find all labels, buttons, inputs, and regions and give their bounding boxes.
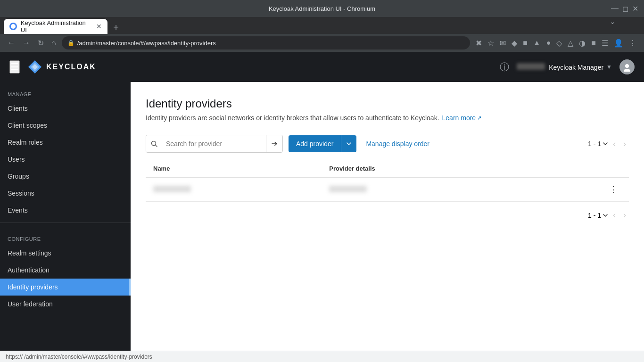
- svg-point-4: [625, 64, 629, 68]
- extension-icon-2[interactable]: ■: [521, 37, 529, 49]
- manage-display-order-button[interactable]: Manage display order: [362, 138, 433, 149]
- sidebar-item-users-label: Users: [8, 156, 25, 163]
- extension-icon-8[interactable]: ■: [589, 37, 598, 49]
- search-icon-button[interactable]: [146, 135, 162, 152]
- profile-icon[interactable]: 👤: [612, 37, 625, 49]
- help-icon[interactable]: ⓘ: [500, 61, 509, 74]
- back-button[interactable]: ←: [6, 37, 17, 49]
- username-display: Keycloak Manager: [517, 63, 603, 71]
- tab-label: Keycloak Administration UI: [21, 19, 92, 33]
- mail-icon[interactable]: ✉: [498, 37, 508, 49]
- provider-name-cell: [146, 177, 322, 202]
- tab-menu-button[interactable]: ⌄: [610, 17, 616, 26]
- configure-section-label: Configure: [0, 227, 131, 245]
- pagination-dropdown-top[interactable]: 1 - 1: [588, 140, 608, 148]
- pagination-next-button-bottom[interactable]: ›: [620, 209, 629, 221]
- maximize-icon[interactable]: ◻: [622, 4, 628, 13]
- sidebar-item-user-federation-label: User federation: [8, 300, 53, 308]
- address-bar[interactable]: 🔒 /admin/master/console/#/wwpass/identit…: [62, 36, 470, 49]
- browser-tabs-bar: Keycloak Administration UI ✕ + ⌄: [0, 17, 644, 34]
- col-details-header: Provider details: [322, 160, 525, 177]
- extension-icon-3[interactable]: ▲: [531, 37, 543, 49]
- browser-toolbar-icons: ✖ ☆ ✉ ◆ ■ ▲ ● ◇ △ ◑ ■ ☰ 👤 ⋮: [474, 37, 638, 49]
- sidebar-item-authentication-label: Authentication: [8, 266, 50, 274]
- pagination-bottom: 1 - 1 ‹ ›: [146, 209, 629, 221]
- app-inner: Manage Clients Client scopes Realm roles…: [0, 82, 644, 362]
- user-avatar[interactable]: [619, 59, 635, 74]
- browser-title: Keycloak Administration UI - Chromium: [269, 5, 375, 12]
- col-name-header: Name: [146, 160, 322, 177]
- forward-button[interactable]: →: [21, 37, 32, 49]
- user-menu[interactable]: Keycloak Manager ▼: [517, 63, 612, 71]
- provider-details-cell: [322, 177, 525, 202]
- minimize-icon[interactable]: —: [611, 4, 619, 13]
- sidebar-item-user-federation[interactable]: User federation: [0, 296, 131, 313]
- pagination-caret-icon-bottom: [603, 213, 608, 218]
- sidebar-content: Manage Clients Client scopes Realm roles…: [0, 82, 131, 362]
- menu-icon[interactable]: ⋮: [627, 37, 638, 49]
- sidebar-item-realm-roles-label: Realm roles: [8, 139, 43, 146]
- provider-kebab-menu-button[interactable]: ⋮: [605, 183, 621, 196]
- sidebar-item-groups[interactable]: Groups: [0, 168, 131, 185]
- extension-icon-7[interactable]: ◑: [577, 37, 587, 49]
- extension-icon-1[interactable]: ◆: [510, 37, 519, 49]
- keycloak-logo-icon: [27, 59, 42, 74]
- search-wrapper: [146, 135, 283, 153]
- pagination-dropdown-bottom[interactable]: 1 - 1: [588, 212, 608, 219]
- pagination-next-button-top[interactable]: ›: [620, 138, 629, 150]
- top-nav-right: ⓘ Keycloak Manager ▼: [500, 59, 635, 74]
- sidebar-toggle-icon[interactable]: ☰: [600, 37, 610, 49]
- sidebar-item-identity-providers-label: Identity providers: [8, 283, 58, 291]
- sidebar-item-client-scopes[interactable]: Client scopes: [0, 117, 131, 134]
- sidebar-item-sessions[interactable]: Sessions: [0, 185, 131, 202]
- extension-icon-5[interactable]: ◇: [554, 37, 564, 49]
- keycloak-logo: KEYCLOAK: [27, 59, 96, 74]
- hamburger-menu-button[interactable]: ☰: [9, 60, 20, 74]
- col-actions-header: [525, 160, 629, 177]
- new-tab-button[interactable]: +: [109, 21, 123, 34]
- close-icon[interactable]: ✕: [632, 4, 638, 13]
- svg-line-7: [156, 145, 157, 147]
- pagination-prev-button-bottom[interactable]: ‹: [610, 209, 619, 221]
- tab-close-button[interactable]: ✕: [96, 23, 102, 30]
- svg-point-5: [624, 69, 630, 72]
- search-submit-button[interactable]: [266, 135, 282, 152]
- sidebar-item-clients[interactable]: Clients: [0, 100, 131, 117]
- sidebar-item-users[interactable]: Users: [0, 151, 131, 168]
- top-navigation: ☰ KEYCLOAK ⓘ Keycloak Manager ▼: [0, 52, 644, 82]
- arrow-right-icon: [271, 140, 278, 147]
- main-content: Identity providers Identity providers ar…: [131, 82, 644, 362]
- search-input[interactable]: [162, 135, 266, 152]
- learn-more-label: Learn more: [442, 114, 476, 122]
- app-wrapper: ☰ KEYCLOAK ⓘ Keycloak Manager ▼: [0, 52, 644, 362]
- pagination-top: 1 - 1 ‹ ›: [588, 138, 629, 150]
- tab-favicon: [9, 23, 17, 30]
- reload-button[interactable]: ↻: [36, 37, 46, 49]
- keycloak-logo-text: KEYCLOAK: [46, 63, 96, 71]
- user-dropdown-caret[interactable]: ▼: [606, 64, 612, 70]
- home-button[interactable]: ⌂: [50, 37, 58, 49]
- sidebar-item-realm-roles[interactable]: Realm roles: [0, 134, 131, 151]
- sidebar-item-client-scopes-label: Client scopes: [8, 122, 47, 129]
- keycloak-manager-label: Keycloak Manager: [549, 64, 603, 71]
- status-bar-url: https:// /admin/master/console/#/wwpass/…: [6, 354, 152, 360]
- add-provider-dropdown-arrow[interactable]: [341, 135, 356, 152]
- bookmark-icon[interactable]: ☆: [486, 37, 496, 49]
- learn-more-link[interactable]: Learn more ➚: [442, 114, 482, 122]
- page-title: Identity providers: [146, 97, 629, 110]
- extension-icon-6[interactable]: △: [566, 37, 575, 49]
- provider-details-blurred: [329, 186, 367, 192]
- pagination-prev-button-top[interactable]: ‹: [610, 138, 619, 150]
- sidebar-item-events[interactable]: Events: [0, 202, 131, 219]
- extension-icon-4[interactable]: ●: [545, 37, 553, 49]
- window-controls[interactable]: — ◻ ✕: [611, 4, 638, 13]
- sidebar-item-identity-providers[interactable]: Identity providers: [0, 279, 131, 296]
- sidebar-item-authentication[interactable]: Authentication: [0, 262, 131, 279]
- share-icon[interactable]: ✖: [474, 37, 484, 49]
- browser-tab-active[interactable]: Keycloak Administration UI ✕: [4, 19, 107, 34]
- sidebar-item-realm-settings[interactable]: Realm settings: [0, 245, 131, 262]
- pagination-range-top: 1 - 1: [588, 140, 601, 148]
- add-provider-button[interactable]: Add provider: [289, 135, 356, 152]
- search-icon: [151, 140, 157, 147]
- sidebar-divider: [0, 222, 131, 223]
